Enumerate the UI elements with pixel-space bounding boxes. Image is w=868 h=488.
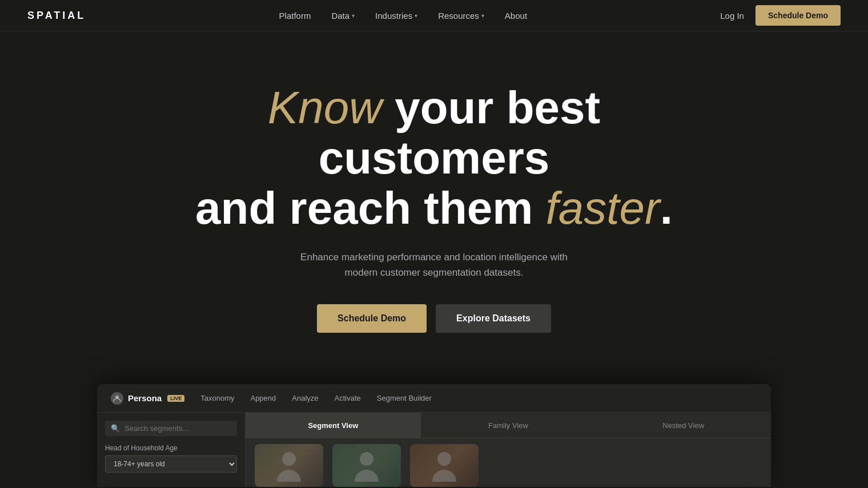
nav-links: Platform Data ▾ Industries ▾ Resources ▾… bbox=[279, 11, 528, 21]
hero-section: Know your best customers and reach them … bbox=[0, 31, 868, 367]
hero-heading-rest2: and reach them bbox=[195, 183, 546, 233]
search-bar[interactable]: 🔍 bbox=[105, 421, 237, 436]
tab-nested-view[interactable]: Nested View bbox=[596, 413, 771, 438]
tab-segment-view[interactable]: Segment View bbox=[246, 413, 421, 438]
person-silhouette-2 bbox=[352, 449, 381, 483]
app-sidebar: 🔍 Head of Household Age 18-74+ years old bbox=[97, 413, 246, 487]
person-cards-area bbox=[246, 438, 771, 487]
hero-cta-buttons: Schedule Demo Explore Datasets bbox=[317, 304, 551, 333]
login-button[interactable]: Log In bbox=[720, 11, 744, 21]
person-card-2 bbox=[332, 444, 401, 487]
app-topbar: PersonaLIVE Taxonomy Append Analyze Acti… bbox=[97, 384, 771, 413]
app-nav-append[interactable]: Append bbox=[250, 394, 276, 402]
chevron-down-icon: ▾ bbox=[415, 13, 417, 19]
app-logo-area: PersonaLIVE bbox=[111, 392, 184, 405]
nav-item-platform[interactable]: Platform bbox=[279, 11, 311, 21]
app-nav-activate[interactable]: Activate bbox=[335, 394, 361, 402]
person-card-1 bbox=[255, 444, 323, 487]
nav-item-about[interactable]: About bbox=[505, 11, 527, 21]
nav-item-resources[interactable]: Resources ▾ bbox=[438, 11, 484, 21]
age-filter-select[interactable]: 18-74+ years old bbox=[105, 455, 237, 473]
person-placeholder-3 bbox=[410, 444, 479, 487]
view-tabs: Segment View Family View Nested View bbox=[246, 413, 771, 438]
person-placeholder-1 bbox=[255, 444, 323, 487]
tab-family-view[interactable]: Family View bbox=[421, 413, 596, 438]
app-logo-label: Persona bbox=[128, 393, 162, 403]
hero-heading-period: . bbox=[660, 183, 673, 233]
svg-point-2 bbox=[360, 452, 373, 466]
chevron-down-icon: ▾ bbox=[481, 13, 484, 19]
logo[interactable]: SPATIAL bbox=[27, 10, 86, 22]
app-nav-segment-builder[interactable]: Segment Builder bbox=[377, 394, 432, 402]
svg-point-1 bbox=[282, 452, 296, 466]
persona-icon bbox=[111, 392, 123, 405]
app-content: 🔍 Head of Household Age 18-74+ years old… bbox=[97, 413, 771, 487]
person-card-3 bbox=[410, 444, 479, 487]
person-silhouette-1 bbox=[275, 449, 303, 483]
schedule-demo-button[interactable]: Schedule Demo bbox=[317, 304, 427, 333]
hero-subtext: Enhance marketing performance and locati… bbox=[286, 249, 582, 280]
explore-datasets-button[interactable]: Explore Datasets bbox=[436, 304, 551, 333]
app-nav-analyze[interactable]: Analyze bbox=[292, 394, 318, 402]
hero-heading: Know your best customers and reach them … bbox=[177, 83, 691, 233]
nav-schedule-demo-button[interactable]: Schedule Demo bbox=[756, 5, 841, 26]
person-silhouette-3 bbox=[430, 449, 459, 483]
app-preview: PersonaLIVE Taxonomy Append Analyze Acti… bbox=[97, 384, 771, 487]
nav-item-data[interactable]: Data ▾ bbox=[331, 11, 355, 21]
persona-logo-svg bbox=[113, 394, 121, 402]
hero-heading-faster: faster bbox=[546, 183, 660, 233]
chevron-down-icon: ▾ bbox=[352, 13, 355, 19]
person-placeholder-2 bbox=[332, 444, 401, 487]
search-input[interactable] bbox=[124, 424, 231, 433]
app-main: Segment View Family View Nested View bbox=[246, 413, 771, 487]
nav-item-industries[interactable]: Industries ▾ bbox=[375, 11, 417, 21]
svg-point-3 bbox=[437, 452, 451, 466]
search-icon: 🔍 bbox=[111, 424, 120, 433]
hero-heading-know: Know bbox=[268, 82, 382, 133]
app-logo-badge: LIVE bbox=[167, 395, 184, 402]
navigation: SPATIAL Platform Data ▾ Industries ▾ Res… bbox=[0, 0, 868, 31]
filter-label: Head of Household Age bbox=[105, 444, 237, 452]
app-nav-taxonomy[interactable]: Taxonomy bbox=[200, 394, 234, 402]
nav-right-actions: Log In Schedule Demo bbox=[720, 5, 841, 26]
